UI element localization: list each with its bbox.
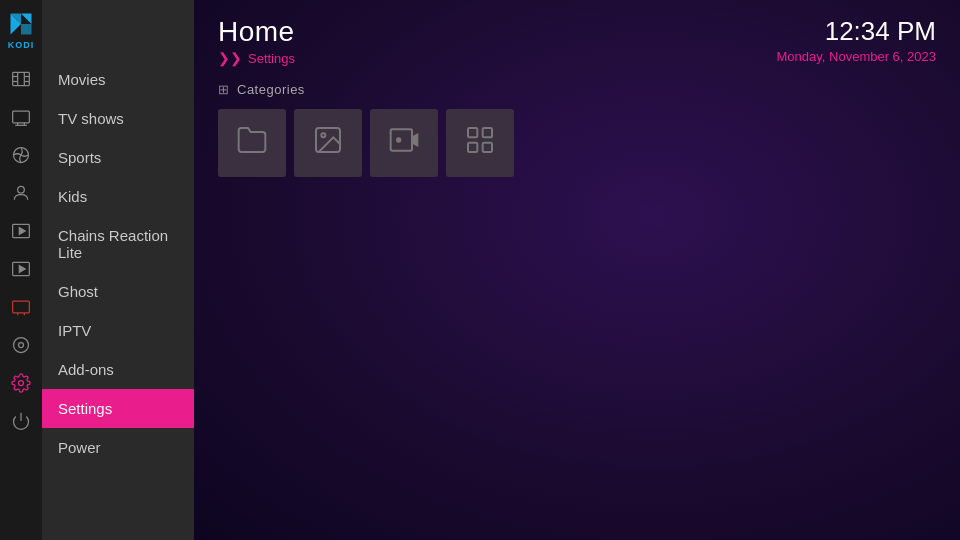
sidebar: Movies TV shows Sports Kids Chains React… <box>42 0 194 540</box>
categories-header: ⊞ Categories <box>218 82 936 97</box>
kodi-label: KODI <box>8 40 35 50</box>
svg-rect-35 <box>483 142 492 151</box>
category-tiles <box>218 109 936 177</box>
sidebar-item-ghost[interactable]: Ghost <box>42 272 194 311</box>
sidebar-item-power[interactable]: Power <box>42 428 194 467</box>
svg-marker-20 <box>19 266 25 273</box>
folder-icon <box>236 124 268 163</box>
category-tile-photos[interactable] <box>294 109 362 177</box>
sidebar-item-kids[interactable]: Kids <box>42 177 194 216</box>
category-tile-video[interactable] <box>370 109 438 177</box>
svg-rect-32 <box>468 128 477 137</box>
date: Monday, November 6, 2023 <box>777 49 936 64</box>
header-left: Home ❯❯ Settings <box>218 16 295 66</box>
strip-icon-sports[interactable] <box>0 136 42 174</box>
svg-rect-33 <box>483 128 492 137</box>
svg-rect-21 <box>13 301 30 313</box>
grid-icon: ⊞ <box>218 82 229 97</box>
strip-icon-settings[interactable] <box>0 364 42 402</box>
svg-marker-18 <box>19 228 25 235</box>
page-title: Home <box>218 16 295 48</box>
icon-strip: KODI <box>0 0 42 540</box>
strip-icon-ghost[interactable] <box>0 250 42 288</box>
sidebar-item-addons[interactable]: Add-ons <box>42 350 194 389</box>
svg-point-31 <box>396 137 401 142</box>
kodi-logo: KODI <box>0 0 42 60</box>
sidebar-item-tvshows[interactable]: TV shows <box>42 99 194 138</box>
header-right: 12:34 PM Monday, November 6, 2023 <box>777 16 936 64</box>
svg-rect-34 <box>468 142 477 151</box>
clock: 12:34 PM <box>777 16 936 47</box>
sidebar-item-settings[interactable]: Settings <box>42 389 194 428</box>
breadcrumb-icon: ❯❯ <box>218 50 242 66</box>
content-area: ⊞ Categories <box>194 74 960 540</box>
strip-icon-chains[interactable] <box>0 212 42 250</box>
strip-icon-tvshows[interactable] <box>0 98 42 136</box>
svg-rect-11 <box>13 111 30 123</box>
breadcrumb-text: Settings <box>248 51 295 66</box>
sidebar-item-sports[interactable]: Sports <box>42 138 194 177</box>
gallery-icon <box>464 124 496 163</box>
svg-point-24 <box>14 338 29 353</box>
svg-marker-1 <box>21 14 32 25</box>
svg-rect-4 <box>13 72 30 85</box>
sidebar-item-movies[interactable]: Movies <box>42 60 194 99</box>
main-content: Home ❯❯ Settings 12:34 PM Monday, Novemb… <box>194 0 960 540</box>
category-tile-gallery[interactable] <box>446 109 514 177</box>
sidebar-item-chains[interactable]: Chains Reaction Lite <box>42 216 194 272</box>
svg-point-25 <box>19 343 24 348</box>
photos-icon <box>312 124 344 163</box>
header: Home ❯❯ Settings 12:34 PM Monday, Novemb… <box>194 0 960 74</box>
svg-point-16 <box>18 186 25 193</box>
video-icon <box>388 124 420 163</box>
strip-icon-iptv[interactable] <box>0 288 42 326</box>
svg-marker-2 <box>21 24 32 35</box>
strip-icon-power[interactable] <box>0 402 42 440</box>
category-tile-folder[interactable] <box>218 109 286 177</box>
sidebar-item-iptv[interactable]: IPTV <box>42 311 194 350</box>
breadcrumb: ❯❯ Settings <box>218 50 295 66</box>
svg-point-28 <box>321 133 325 137</box>
strip-icon-kids[interactable] <box>0 174 42 212</box>
svg-marker-30 <box>412 134 417 145</box>
strip-icon-addons[interactable] <box>0 326 42 364</box>
strip-icon-movies[interactable] <box>0 60 42 98</box>
categories-label: Categories <box>237 82 305 97</box>
